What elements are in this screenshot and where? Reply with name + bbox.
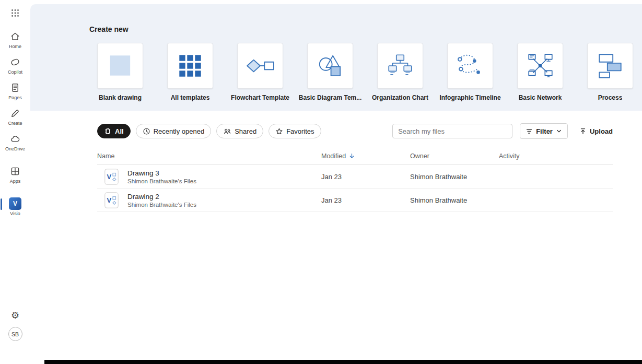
file-location: Shimon Brathwaite's Files [127, 178, 196, 184]
process-thumbnail [587, 43, 633, 89]
column-header-activity[interactable]: Activity [499, 152, 613, 160]
file-location: Shimon Brathwaite's Files [127, 202, 196, 208]
template-label: Blank drawing [99, 94, 142, 101]
filter-pill-recently-opened[interactable]: Recently opened [136, 124, 212, 138]
basic-diagram-thumbnail [307, 43, 353, 89]
sidebar-item-label: Home [9, 44, 21, 49]
filter-dropdown-button[interactable]: Filter [520, 123, 568, 139]
template-label: Organization Chart [372, 94, 428, 101]
sidebar-item-label: Visio [10, 211, 20, 216]
sidebar-item-home[interactable]: Home [0, 27, 30, 53]
sidebar-item-create[interactable]: Create [0, 104, 30, 130]
template-basic-diagram[interactable]: Basic Diagram Tem... [295, 43, 365, 101]
file-owner: Shimon Brathwaite [410, 196, 499, 204]
gear-icon[interactable]: ⚙ [11, 311, 19, 320]
filter-pill-all[interactable]: All [97, 124, 131, 138]
sidebar-item-label: Pages [8, 95, 22, 100]
visio-file-icon: V [104, 169, 119, 185]
star-icon [275, 127, 283, 135]
copilot-icon [10, 56, 20, 68]
filter-lines-icon [526, 127, 533, 135]
page-title: Create new [89, 24, 642, 34]
sidebar-item-visio[interactable]: V Visio [0, 194, 30, 220]
home-icon [10, 31, 20, 42]
files-table: Name Modified Owner Activity [97, 147, 613, 212]
infographic-timeline-thumbnail [447, 43, 493, 89]
people-icon [223, 127, 231, 135]
svg-text:V: V [107, 196, 112, 204]
template-process[interactable]: Process [575, 43, 642, 101]
sidebar-item-label: OneDrive [5, 146, 25, 151]
file-texts: Drawing 2 Shimon Brathwaite's Files [127, 193, 196, 208]
template-label: Basic Diagram Tem... [299, 94, 362, 101]
sort-descending-icon [348, 152, 355, 159]
apps-icon [10, 166, 20, 177]
template-flowchart[interactable]: Flowchart Template [225, 43, 295, 101]
template-infographic-timeline[interactable]: Infographic Timeline [435, 43, 505, 101]
filter-pill-label: All [115, 127, 124, 135]
waffle-icon [11, 9, 19, 17]
org-chart-thumbnail [377, 43, 423, 89]
all-templates-thumbnail [167, 43, 213, 89]
file-modified: Jan 23 [321, 173, 410, 181]
content-canvas: Create new Blank drawing [30, 4, 642, 364]
visio-icon: V [9, 198, 21, 209]
column-header-name[interactable]: Name [97, 152, 321, 160]
template-organization-chart[interactable]: Organization Chart [365, 43, 435, 101]
avatar[interactable]: SB [8, 327, 22, 341]
sidebar-item-label: Copilot [8, 69, 22, 75]
file-name: Drawing 3 [127, 169, 196, 177]
filter-button-label: Filter [536, 127, 553, 135]
sidebar-bottom: ⚙ SB [8, 311, 22, 341]
template-label: Process [598, 94, 623, 101]
template-label: Flowchart Template [231, 94, 289, 101]
filter-pill-label: Recently opened [154, 127, 205, 135]
template-label: Infographic Timeline [439, 94, 500, 101]
file-owner: Shimon Brathwaite [410, 173, 499, 181]
files-section: All Recently opened [30, 111, 642, 364]
app-launcher-button[interactable] [6, 5, 25, 21]
search-input[interactable] [392, 124, 512, 138]
sidebar-item-onedrive[interactable]: OneDrive [0, 130, 30, 155]
create-new-section: Create new Blank drawing [30, 4, 642, 111]
sidebar-item-pages[interactable]: Pages [0, 78, 30, 104]
filter-pill-shared[interactable]: Shared [216, 124, 263, 138]
basic-network-thumbnail [517, 43, 563, 89]
column-header-modified[interactable]: Modified [321, 152, 410, 160]
table-row[interactable]: V Drawing 3 Shimon Brathwaite's Files Ja… [97, 165, 613, 189]
flowchart-thumbnail [237, 43, 283, 89]
svg-text:V: V [107, 173, 112, 181]
template-label: Basic Network [519, 94, 562, 101]
file-name-cell: V Drawing 2 Shimon Brathwaite's Files [97, 192, 321, 208]
template-blank-drawing[interactable]: Blank drawing [85, 43, 155, 101]
column-header-owner[interactable]: Owner [410, 152, 499, 160]
template-all-templates[interactable]: All templates [155, 43, 225, 101]
upload-button[interactable]: Upload [579, 127, 613, 135]
sidebar-item-apps[interactable]: Apps [0, 162, 30, 187]
main-content: Create new Blank drawing [30, 0, 642, 364]
app-rail: Home Copilot Pages Create [0, 0, 30, 364]
selected-indicator [1, 198, 2, 210]
filter-pill-label: Favorites [286, 127, 314, 135]
sidebar-item-label: Create [8, 121, 22, 126]
filter-pill-label: Shared [235, 127, 256, 135]
template-basic-network[interactable]: Basic Network [505, 43, 575, 101]
table-header: Name Modified Owner Activity [97, 147, 613, 165]
create-icon [10, 108, 20, 119]
onedrive-icon [9, 133, 21, 145]
upload-button-label: Upload [590, 127, 613, 135]
filter-pill-favorites[interactable]: Favorites [269, 124, 321, 138]
sidebar-item-label: Apps [10, 179, 21, 184]
blank-drawing-thumbnail [97, 43, 143, 89]
visio-file-icon: V [104, 192, 119, 208]
file-name-cell: V Drawing 3 Shimon Brathwaite's Files [97, 169, 321, 185]
bottom-black-bar [44, 360, 642, 364]
template-gallery: Blank drawing All templates [85, 43, 642, 101]
table-row[interactable]: V Drawing 2 Shimon Brathwaite's Files Ja… [97, 189, 613, 212]
layers-icon [104, 127, 112, 135]
sidebar-item-copilot[interactable]: Copilot [0, 53, 30, 78]
file-texts: Drawing 3 Shimon Brathwaite's Files [127, 169, 196, 184]
clock-icon [143, 127, 150, 135]
files-toolbar: All Recently opened [97, 123, 613, 139]
upload-icon [579, 127, 587, 135]
